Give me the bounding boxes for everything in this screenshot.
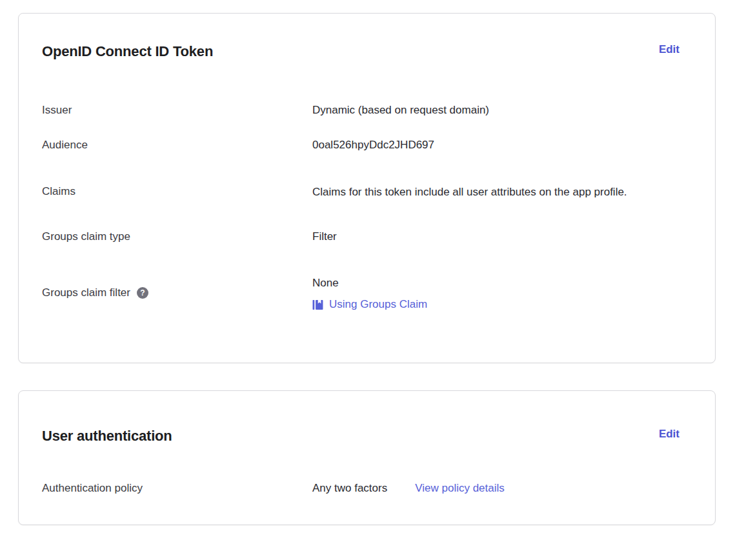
claims-row: Claims Claims for this token include all… <box>42 183 680 204</box>
issuer-label: Issuer <box>42 102 312 119</box>
groups-claim-filter-value-cell: None Using Groups Claim <box>312 275 680 311</box>
groups-claim-filter-label-cell: Groups claim filter ? <box>42 275 312 311</box>
auth-card-title: User authentication <box>42 426 172 446</box>
authentication-policy-value-cell: Any two factors View policy details <box>312 480 680 497</box>
using-groups-claim-link-label: Using Groups Claim <box>329 298 427 311</box>
authentication-policy-value: Any two factors <box>312 480 387 497</box>
book-icon <box>312 299 323 310</box>
groups-claim-filter-value: None <box>312 275 680 292</box>
claims-label: Claims <box>42 183 312 204</box>
issuer-value: Dynamic (based on request domain) <box>312 102 680 119</box>
groups-claim-type-row: Groups claim type Filter <box>42 228 680 245</box>
groups-claim-type-value: Filter <box>312 228 680 245</box>
auth-edit-button[interactable]: Edit <box>659 426 680 442</box>
audience-row: Audience 0oal526hpyDdc2JHD697 <box>42 137 680 154</box>
audience-label: Audience <box>42 137 312 154</box>
help-icon[interactable]: ? <box>137 287 148 299</box>
audience-value: 0oal526hpyDdc2JHD697 <box>312 137 680 154</box>
token-card-header: OpenID Connect ID Token Edit <box>42 42 680 61</box>
groups-claim-filter-row: Groups claim filter ? None Using Groups … <box>42 275 680 311</box>
token-card-title: OpenID Connect ID Token <box>42 42 213 61</box>
auth-card-header: User authentication Edit <box>42 426 680 446</box>
groups-claim-type-label: Groups claim type <box>42 228 312 245</box>
claims-value: Claims for this token include all user a… <box>312 180 680 204</box>
issuer-row: Issuer Dynamic (based on request domain) <box>42 102 680 119</box>
authentication-policy-row: Authentication policy Any two factors Vi… <box>42 480 680 497</box>
using-groups-claim-link[interactable]: Using Groups Claim <box>312 298 680 311</box>
token-edit-button[interactable]: Edit <box>659 42 680 57</box>
groups-claim-filter-label: Groups claim filter <box>42 285 130 301</box>
openid-connect-id-token-card: OpenID Connect ID Token Edit Issuer Dyna… <box>18 13 716 363</box>
user-authentication-card: User authentication Edit Authentication … <box>18 390 716 525</box>
authentication-policy-label: Authentication policy <box>42 480 312 497</box>
view-policy-details-link[interactable]: View policy details <box>415 480 505 497</box>
